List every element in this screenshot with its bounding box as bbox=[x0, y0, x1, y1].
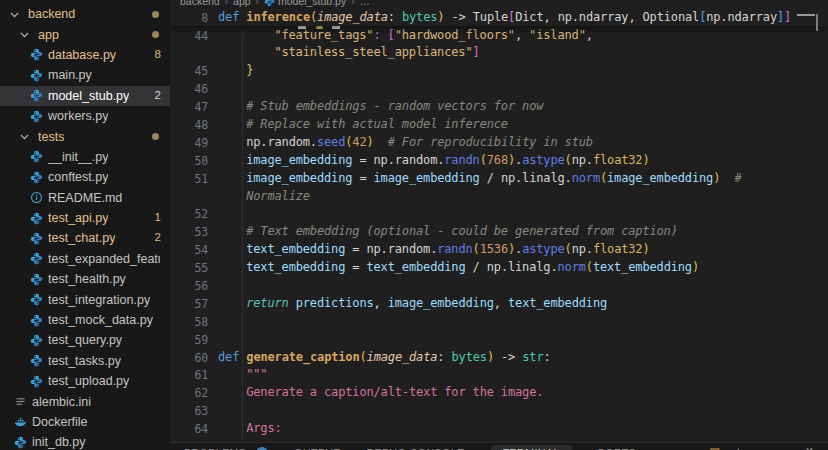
line-number: 44 bbox=[170, 26, 208, 44]
sidebar-item-test-query-py[interactable]: test_query.py bbox=[0, 330, 170, 350]
sidebar-item-app[interactable]: app bbox=[0, 24, 170, 44]
code-token: = bbox=[345, 260, 366, 274]
line-number: 62 bbox=[170, 384, 208, 402]
scrollbar-thumb[interactable] bbox=[797, 14, 815, 16]
sidebar-item-init-db-py[interactable]: init_db.py bbox=[0, 432, 170, 450]
code-editor[interactable]: backend›app›model_stub.py›… 8def inferen… bbox=[170, 0, 828, 450]
line-number: 58 bbox=[170, 312, 208, 330]
code-line-53[interactable]: 53# Text embedding (optional - could be … bbox=[170, 223, 828, 241]
sidebar-item-test-api-py[interactable]: test_api.py1 bbox=[0, 208, 170, 228]
code-line-62[interactable]: 62Generate a caption/alt-text for the im… bbox=[170, 384, 828, 402]
chevron-down-icon[interactable] bbox=[18, 130, 31, 143]
sidebar-item-test-upload-py[interactable]: test_upload.py bbox=[0, 371, 170, 391]
modified-dot-badge bbox=[152, 133, 159, 140]
python-file-icon bbox=[30, 252, 43, 265]
sidebar-item-test-expanded-featur-[interactable]: test_expanded_featur… bbox=[0, 249, 170, 269]
code-line-60[interactable]: 60def generate_caption(image_data: bytes… bbox=[170, 348, 828, 366]
sidebar-item-readme-md[interactable]: README.md bbox=[0, 188, 170, 208]
sidebar-item-dockerfile[interactable]: Dockerfile bbox=[0, 412, 170, 432]
code-line-63[interactable]: 63 bbox=[170, 402, 828, 420]
sidebar-item-test-tasks-py[interactable]: test_tasks.py bbox=[0, 351, 170, 371]
panel-icon[interactable]: ✕ bbox=[805, 445, 814, 450]
code-token: ) bbox=[366, 135, 373, 149]
sidebar-item--init-py[interactable]: __init__.py bbox=[0, 147, 170, 167]
code-line-9-wrap[interactable]: Normalize bbox=[170, 187, 828, 205]
chevron-down-icon[interactable] bbox=[18, 28, 31, 41]
sidebar-item-workers-py[interactable]: workers.py bbox=[0, 106, 170, 126]
line-number bbox=[170, 187, 208, 205]
sidebar-item-main-py[interactable]: main.py bbox=[0, 65, 170, 85]
code-line-57[interactable]: 57return predictions, image_embedding, t… bbox=[170, 294, 828, 312]
python-file-icon bbox=[30, 293, 43, 306]
code-line-44[interactable]: 44"feature_tags": ["hardwood_floors", "i… bbox=[170, 26, 828, 44]
sidebar-item-test-mock-data-py[interactable]: test_mock_data.py bbox=[0, 310, 170, 330]
code-token: Tuple bbox=[473, 10, 508, 24]
code-token: image_data bbox=[367, 350, 438, 364]
code-line-50[interactable]: 50image_embedding = np.random.randn(768)… bbox=[170, 151, 828, 169]
breadcrumb-item[interactable]: model_stub.py bbox=[278, 0, 346, 7]
sidebar-item-backend[interactable]: backend bbox=[0, 4, 170, 24]
code-token: , bbox=[515, 28, 529, 42]
sidebar-item-model-stub-py[interactable]: model_stub.py2 bbox=[0, 86, 170, 106]
code-token: ] bbox=[472, 45, 479, 59]
breadcrumb-item[interactable]: … bbox=[360, 0, 371, 7]
code-token: : bbox=[388, 10, 402, 24]
code-line-55[interactable]: 55text_embedding = text_embedding / np.l… bbox=[170, 259, 828, 277]
panel-icon[interactable]: ＋ bbox=[757, 445, 768, 450]
line-content: return predictions, image_embedding, tex… bbox=[218, 294, 607, 312]
code-line-61[interactable]: 61""" bbox=[170, 366, 828, 384]
panel-tab-problems[interactable]: PROBLEMS bbox=[184, 444, 246, 450]
code-token: text_embedding bbox=[508, 296, 607, 310]
code-line-56[interactable]: 56 bbox=[170, 276, 828, 294]
code-token: } bbox=[246, 63, 253, 77]
code-token: return bbox=[246, 296, 288, 310]
line-number: 47 bbox=[170, 98, 208, 116]
code-token bbox=[381, 28, 388, 42]
sidebar-item-alembic-ini[interactable]: alembic.ini bbox=[0, 391, 170, 411]
sticky-scroll-header[interactable]: 8def inference(image_data: bytes) -> Tup… bbox=[170, 8, 828, 26]
line-content: Args: bbox=[218, 420, 282, 438]
code-token: image_data bbox=[317, 10, 388, 24]
code-token: -> bbox=[494, 350, 522, 364]
breadcrumb-item[interactable]: app bbox=[233, 0, 251, 7]
line-content: # Stub embeddings - random vectors for n… bbox=[218, 98, 543, 116]
line-content: def inference(image_data: bytes) -> Tupl… bbox=[218, 8, 791, 26]
sidebar-item-test-integration-py[interactable]: test_integration.py bbox=[0, 289, 170, 309]
panel-tab-ports[interactable]: PORTS bbox=[598, 444, 636, 450]
panel-icon[interactable]: ＾ bbox=[733, 445, 744, 450]
line-number: 60 bbox=[170, 348, 208, 366]
code-line-52[interactable]: 52 bbox=[170, 205, 828, 223]
sidebar-item-test-chat-py[interactable]: test_chat.py2 bbox=[0, 228, 170, 248]
code-token: / np.linalg. bbox=[466, 260, 558, 274]
code-line-sticky-8[interactable]: 8def inference(image_data: bytes) -> Tup… bbox=[170, 8, 828, 26]
panel-tab-terminal[interactable]: TERMINAL bbox=[491, 445, 572, 450]
breadcrumb-item[interactable]: backend bbox=[180, 0, 220, 7]
sidebar-item-database-py[interactable]: database.py8 bbox=[0, 45, 170, 65]
code-token: bytes bbox=[452, 350, 487, 364]
code-line-58[interactable]: 58 bbox=[170, 312, 828, 330]
sidebar-item-test-health-py[interactable]: test_health.py bbox=[0, 269, 170, 289]
code-line-46[interactable]: 46 bbox=[170, 80, 828, 98]
panel-icon[interactable]: ⋯ bbox=[781, 445, 792, 450]
sidebar-item-conftest-py[interactable]: conftest.py bbox=[0, 167, 170, 187]
code-line-54[interactable]: 54text_embedding = np.random.randn(1536)… bbox=[170, 241, 828, 259]
chevron-down-icon[interactable] bbox=[8, 8, 21, 21]
code-token: [ bbox=[388, 28, 395, 42]
panel-icon[interactable]: ▤ bbox=[709, 445, 719, 450]
code-line-48[interactable]: 48# Replace with actual model inference bbox=[170, 115, 828, 133]
panel-tab-output[interactable]: OUTPUT bbox=[294, 444, 340, 450]
code-line-59[interactable]: 59 bbox=[170, 330, 828, 348]
panel-tab-debug-console[interactable]: DEBUG CONSOLE bbox=[367, 444, 465, 450]
code-line-47[interactable]: 47# Stub embeddings - random vectors for… bbox=[170, 98, 828, 116]
code-line-49[interactable]: 49np.random.seed(42) # For reproducibili… bbox=[170, 133, 828, 151]
code-token: inference bbox=[246, 10, 310, 24]
code-line-64[interactable]: 64Args: bbox=[170, 420, 828, 438]
code-line-1-wrap[interactable]: "stainless_steel_appliances"] bbox=[170, 44, 828, 62]
code-line-45[interactable]: 45} bbox=[170, 62, 828, 80]
code-lines[interactable]: 44"feature_tags": ["hardwood_floors", "i… bbox=[170, 26, 828, 443]
python-file-icon bbox=[14, 436, 27, 449]
line-number: 51 bbox=[170, 169, 208, 187]
code-token: image_embedding bbox=[388, 296, 494, 310]
sidebar-item-tests[interactable]: tests bbox=[0, 126, 170, 146]
code-line-51[interactable]: 51image_embedding = image_embedding / np… bbox=[170, 169, 828, 187]
